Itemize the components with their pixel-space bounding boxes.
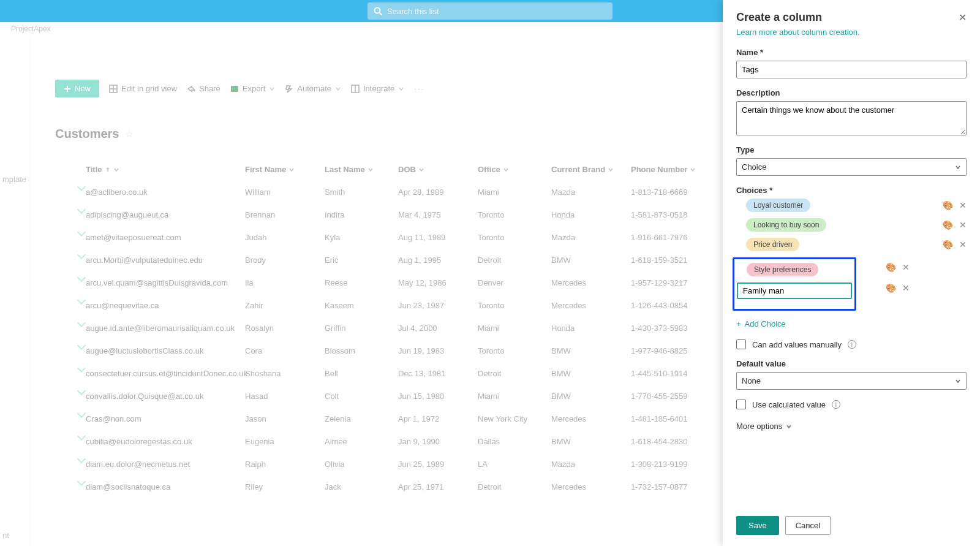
chevron-down-icon [608, 167, 614, 173]
info-icon[interactable]: i [832, 400, 840, 409]
column-header[interactable]: DOB [398, 165, 478, 174]
description-input[interactable] [736, 101, 967, 135]
table-cell: 1-430-373-5983 [631, 324, 717, 333]
plus-icon [64, 85, 71, 93]
choice-text-input[interactable] [737, 282, 852, 299]
delete-choice-icon[interactable]: ✕ [959, 200, 967, 210]
delete-choice-icon[interactable]: ✕ [902, 283, 910, 293]
calculated-value-label: Use calculated value [752, 400, 826, 409]
table-cell: Apr 25, 1971 [398, 482, 478, 491]
palette-icon[interactable]: 🎨 [943, 240, 953, 249]
column-header[interactable]: Last Name [325, 165, 398, 174]
table-cell: Smith [325, 188, 398, 197]
table-cell: Mazda [551, 460, 631, 469]
column-header-label: Current Brand [551, 165, 605, 174]
chevron-down-icon [690, 167, 696, 173]
column-header[interactable]: Title [86, 165, 245, 174]
manual-values-checkbox[interactable] [736, 339, 746, 349]
table-cell: 1-618-159-3521 [631, 256, 717, 265]
edit-grid-button[interactable]: Edit in grid view [109, 84, 177, 93]
sort-asc-icon [105, 167, 111, 173]
new-button[interactable]: New [55, 80, 99, 97]
table-cell: cubilia@eudoloregestas.co.uk [86, 437, 245, 446]
integrate-icon [351, 85, 360, 93]
search-input[interactable] [387, 7, 606, 16]
table-cell: 1-770-455-2559 [631, 392, 717, 401]
integrate-button[interactable]: Integrate [351, 84, 404, 93]
more-actions-button[interactable]: ··· [414, 84, 424, 93]
table-cell: Mercedes [551, 414, 631, 423]
type-select[interactable]: Choice [736, 158, 967, 176]
column-header[interactable]: Office [478, 165, 551, 174]
delete-choice-icon[interactable]: ✕ [902, 262, 910, 272]
table-cell: Mercedes [551, 482, 631, 491]
choice-row: Price driven🎨✕ [736, 238, 967, 251]
column-header[interactable]: Current Brand [551, 165, 631, 174]
table-cell: 1-618-454-2830 [631, 437, 717, 446]
learn-more-link[interactable]: Learn more about column creation. [736, 28, 967, 37]
table-cell: Mazda [551, 233, 631, 242]
choice-chip[interactable]: Style preferences [747, 263, 818, 276]
table-cell: Detroit [478, 256, 551, 265]
choice-edit-highlight: Style preferences⋮⋮ [733, 257, 856, 311]
table-cell: Mercedes [551, 301, 631, 310]
table-cell: Zelenia [325, 414, 398, 423]
type-label: Type [736, 145, 967, 154]
save-button[interactable]: Save [736, 516, 779, 535]
left-nav-clipped: mplate nt [0, 37, 31, 546]
delete-choice-icon[interactable]: ✕ [959, 220, 967, 230]
column-header[interactable]: First Name [245, 165, 325, 174]
automate-button[interactable]: Automate [285, 84, 341, 93]
table-cell: Honda [551, 324, 631, 333]
new-label: New [75, 84, 91, 93]
share-button[interactable]: Share [187, 84, 221, 93]
table-cell: Olivia [325, 460, 398, 469]
column-header-label: DOB [398, 165, 416, 174]
palette-icon[interactable]: 🎨 [943, 200, 953, 210]
table-cell: Toronto [478, 210, 551, 219]
table-cell: Jason [245, 414, 325, 423]
more-options-toggle[interactable]: More options [736, 422, 967, 431]
info-icon[interactable]: i [848, 340, 856, 349]
default-value-select[interactable]: None [736, 372, 967, 390]
export-button[interactable]: Export [230, 84, 276, 93]
palette-icon[interactable]: 🎨 [943, 220, 953, 230]
table-cell: Jun 15, 1980 [398, 392, 478, 401]
choice-chip[interactable]: Price driven [746, 238, 799, 251]
more-options-label: More options [736, 422, 782, 431]
column-header-label: Office [478, 165, 500, 174]
table-cell: arcu.vel.quam@sagittisDuisgravida.com [86, 278, 245, 287]
favorite-star-icon[interactable]: ☆ [125, 128, 134, 140]
search-icon [374, 7, 382, 15]
table-cell: Indira [325, 210, 398, 219]
table-cell: adipiscing@augueut.ca [86, 210, 245, 219]
name-input[interactable] [736, 61, 967, 78]
table-cell: arcu@nequevitae.ca [86, 301, 245, 310]
table-cell: 1-126-443-0854 [631, 301, 717, 310]
close-panel-button[interactable]: ✕ [959, 12, 967, 23]
search-box[interactable] [368, 2, 612, 20]
cancel-button[interactable]: Cancel [785, 516, 831, 535]
table-cell: Toronto [478, 301, 551, 310]
choice-chip[interactable]: Loyal customer [746, 199, 810, 212]
drag-handle-icon[interactable]: ⋮⋮ [734, 287, 745, 295]
table-cell: 1-481-185-6401 [631, 414, 717, 423]
palette-icon[interactable]: 🎨 [886, 262, 896, 272]
palette-icon[interactable]: 🎨 [886, 283, 896, 293]
table-cell: Jun 25, 1989 [398, 460, 478, 469]
delete-choice-icon[interactable]: ✕ [959, 240, 967, 249]
automate-icon [285, 85, 293, 93]
choice-chip[interactable]: Looking to buy soon [746, 218, 826, 232]
name-label: Name * [736, 48, 967, 57]
calculated-value-checkbox[interactable] [736, 400, 746, 409]
choice-row: Looking to buy soon🎨✕ [736, 218, 967, 232]
column-header[interactable]: Phone Number [631, 165, 717, 174]
table-cell: 1-581-873-0518 [631, 210, 717, 219]
add-choice-button[interactable]: + Add Choice [736, 319, 967, 328]
excel-icon [230, 85, 239, 93]
integrate-label: Integrate [363, 84, 394, 93]
table-cell: Brennan [245, 210, 325, 219]
table-cell: a@aclibero.co.uk [86, 188, 245, 197]
table-cell: convallis.dolor.Quisque@at.co.uk [86, 392, 245, 401]
table-cell: augue.id.ante@liberomaurisaliquam.co.uk [86, 324, 245, 333]
